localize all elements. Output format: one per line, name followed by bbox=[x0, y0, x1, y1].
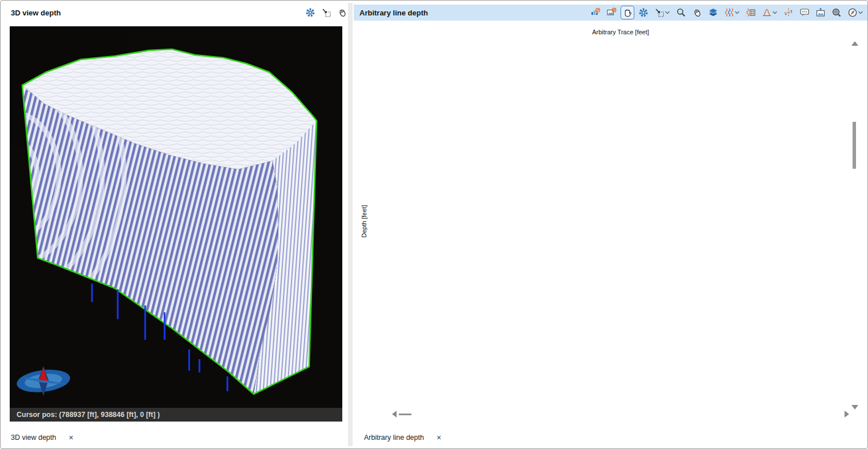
right-panel-header: Arbitrary line depth bbox=[354, 5, 868, 21]
layers-button[interactable] bbox=[706, 6, 720, 19]
cursor-position-text: Cursor pos: (788937 [ft], 938846 [ft], 0… bbox=[17, 411, 160, 419]
mouse-actions-button[interactable] bbox=[690, 6, 704, 19]
zoom-tool-button[interactable] bbox=[674, 6, 688, 19]
application-window: 3D view depth Arbitrary line depth bbox=[0, 0, 868, 449]
wiggles-icon bbox=[724, 7, 734, 18]
chevron-down-icon[interactable] bbox=[735, 11, 740, 14]
layers-icon bbox=[708, 7, 718, 18]
select-mode-button[interactable] bbox=[653, 6, 672, 19]
curve-icon bbox=[762, 7, 772, 18]
horizontal-scrollbar-thumb[interactable] bbox=[399, 414, 411, 415]
panel-splitter[interactable] bbox=[348, 3, 353, 446]
tab-arbitrary-line-depth[interactable]: Arbitrary line depth × bbox=[364, 428, 441, 447]
scroll-left-arrow[interactable] bbox=[392, 411, 397, 418]
cursor-tracking-button[interactable] bbox=[782, 6, 795, 19]
section-view-area: Arbitrary Trace [feet] Depth [feet] bbox=[354, 21, 867, 428]
geologic-cross-section[interactable] bbox=[391, 40, 850, 409]
bars-no-icon bbox=[590, 7, 601, 18]
right-panel-toolbar bbox=[589, 6, 868, 19]
wiggle-grid-icon bbox=[746, 7, 756, 18]
vertical-scrollbar-thumb[interactable] bbox=[853, 122, 856, 169]
select-mode-button[interactable] bbox=[319, 6, 333, 19]
settings-button[interactable] bbox=[637, 6, 650, 19]
magnifier-icon bbox=[676, 7, 686, 18]
seismic-display-button[interactable] bbox=[722, 6, 742, 19]
scroll-right-arrow[interactable] bbox=[845, 411, 849, 418]
mouse-icon bbox=[337, 7, 347, 18]
3d-scene bbox=[10, 26, 342, 408]
image-tracking-button[interactable] bbox=[605, 6, 618, 19]
settings-button[interactable] bbox=[303, 6, 317, 19]
image-arrows-icon bbox=[815, 7, 826, 18]
chevron-down-icon[interactable] bbox=[665, 11, 670, 14]
horizontal-scrollbar[interactable] bbox=[391, 410, 851, 419]
close-icon[interactable]: × bbox=[437, 434, 441, 442]
orientation-button[interactable] bbox=[846, 6, 865, 19]
3d-view-canvas[interactable] bbox=[10, 26, 342, 408]
mouse-actions-button[interactable] bbox=[335, 6, 349, 19]
gear-icon bbox=[638, 7, 649, 18]
magnify-area-button[interactable] bbox=[830, 6, 843, 19]
image-no-icon bbox=[606, 7, 617, 18]
tab-label: Arbitrary line depth bbox=[364, 434, 424, 442]
arrow-box-icon bbox=[654, 7, 665, 18]
hand-icon bbox=[622, 7, 633, 18]
close-icon[interactable]: × bbox=[69, 434, 73, 442]
scroll-up-arrow[interactable] bbox=[851, 41, 858, 46]
compass-icon bbox=[847, 7, 858, 18]
x-axis-title: Arbitrary Trace [feet] bbox=[391, 29, 850, 35]
comment-icon bbox=[799, 7, 810, 18]
compass-rose bbox=[15, 366, 71, 396]
gear-icon bbox=[305, 7, 315, 18]
chevron-down-icon[interactable] bbox=[858, 11, 863, 14]
tab-3d-view-depth[interactable]: 3D view depth × bbox=[11, 428, 73, 447]
export-image-button[interactable] bbox=[814, 6, 827, 19]
sync-tracking-button[interactable] bbox=[589, 6, 602, 19]
tab-label: 3D view depth bbox=[11, 434, 56, 442]
loupe-icon bbox=[831, 7, 842, 18]
crosshair-icon bbox=[783, 7, 794, 18]
mouse-icon bbox=[692, 7, 702, 18]
scroll-down-arrow[interactable] bbox=[851, 405, 858, 410]
trace-table-button[interactable] bbox=[744, 6, 758, 19]
arrow-box-icon bbox=[321, 7, 331, 18]
y-axis-title: Depth [feet] bbox=[361, 190, 367, 253]
chevron-down-icon[interactable] bbox=[773, 11, 778, 14]
annotation-button[interactable] bbox=[798, 6, 811, 19]
right-panel-title: Arbitrary line depth bbox=[359, 9, 428, 17]
left-panel-title: 3D view depth bbox=[11, 9, 61, 17]
pan-tool-button[interactable] bbox=[621, 6, 634, 19]
left-panel-toolbar bbox=[303, 6, 354, 19]
cursor-position-statusbar: Cursor pos: (788937 [ft], 938846 [ft], 0… bbox=[10, 408, 342, 422]
left-panel-header: 3D view depth bbox=[5, 5, 354, 21]
vertical-scrollbar[interactable] bbox=[850, 40, 859, 411]
histogram-button[interactable] bbox=[760, 6, 779, 19]
